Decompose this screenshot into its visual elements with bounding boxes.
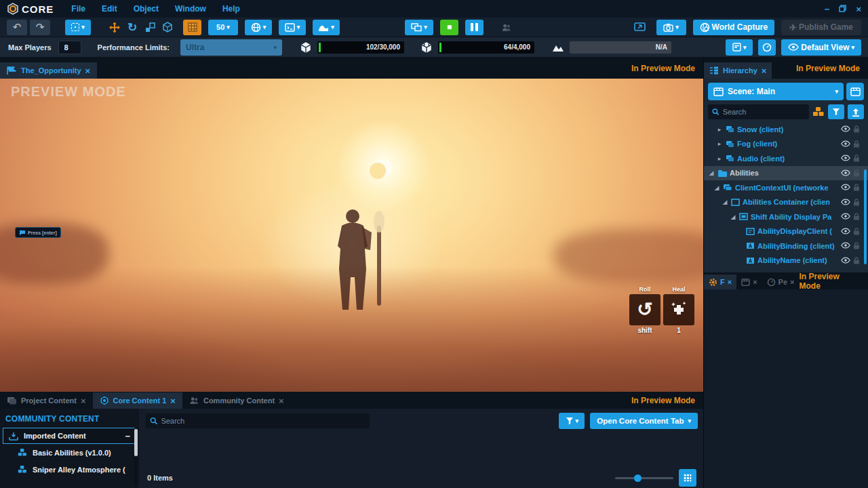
properties-tab-close[interactable]: × [728,278,732,286]
lock-icon[interactable] [853,199,860,206]
menu-object[interactable]: Object [134,4,159,14]
visibility-eye-icon[interactable] [841,184,850,190]
content-pack-basic-abilities[interactable]: Basic Abilities (v1.0.0) [0,444,139,461]
tab-core-content[interactable]: Core Content 1 × [93,392,182,409]
tree-row-shift-ability-display[interactable]: ◢ Shift Ability Display Pa [704,209,868,224]
visibility-eye-icon[interactable] [841,169,850,176]
close-button[interactable]: × [856,4,861,14]
lock-icon[interactable] [853,228,860,235]
visibility-eye-icon[interactable] [841,199,850,205]
lock-icon[interactable] [853,169,860,177]
capture-dropdown[interactable]: ▾ [656,20,686,35]
network-debug-button[interactable] [498,20,515,35]
collapse-arrow-icon[interactable]: ◢ [730,214,736,220]
coordinate-space-button[interactable] [159,20,176,35]
group-objects-icon[interactable] [812,106,825,117]
expand-arrow-icon[interactable]: ▸ [716,126,723,133]
expand-arrow-icon[interactable]: ▸ [716,140,723,147]
multiplayer-preview-dropdown[interactable]: ▾ [405,20,433,35]
core-content-close[interactable]: × [170,396,176,406]
open-core-content-tab-button[interactable]: Open Core Content Tab ▾ [590,413,698,429]
max-players-input[interactable] [58,41,81,54]
tree-row-snow[interactable]: ▸ Snow (client) [704,122,868,137]
menu-help[interactable]: Help [222,4,240,14]
terrain-tools-dropdown[interactable]: ▾ [313,20,340,35]
visibility-eye-icon[interactable] [841,257,850,264]
slider-track[interactable] [615,477,673,479]
tree-row-abilityname[interactable]: AbilityName (client) [704,253,868,267]
view-options-dropdown[interactable]: ▾ [726,39,753,56]
lock-icon[interactable] [853,213,860,220]
tree-row-abilities[interactable]: ◢ Abilities [704,166,868,181]
visibility-eye-icon[interactable] [841,242,850,249]
collapse-arrow-icon[interactable]: ◢ [713,184,720,191]
menu-edit[interactable]: Edit [102,4,117,14]
expand-arrow-icon[interactable]: ▸ [716,155,723,162]
publish-game-button[interactable]: ✈ Publish Game [781,20,861,35]
imported-content-item[interactable]: Imported Content − [3,428,136,444]
sidebar-scroll-thumb[interactable] [134,429,138,456]
scale-tool-button[interactable] [141,20,159,35]
tab-community-content[interactable]: Community Content × [182,392,291,409]
content-filter-dropdown[interactable]: ▾ [559,413,585,429]
tab-performance[interactable]: Pe × [762,274,800,289]
world-settings-dropdown[interactable]: ▾ [245,20,272,35]
hierarchy-export-button[interactable] [848,104,864,119]
visibility-eye-icon[interactable] [841,213,850,220]
tree-row-audio[interactable]: ▸ Audio (client) [704,151,868,166]
restore-button[interactable] [839,4,846,14]
minimize-button[interactable]: − [825,4,830,14]
performance-monitor-button[interactable] [758,39,776,56]
script-tools-dropdown[interactable]: ▾ [279,20,306,35]
hierarchy-tab-close[interactable]: × [762,66,767,76]
viewport-3d-scene[interactable]: PREVIEW MODE Press [enter] Roll ↺ shift … [0,79,703,392]
menu-window[interactable]: Window [175,4,206,14]
content-search-box[interactable] [146,413,370,428]
lock-icon[interactable] [853,155,860,162]
tab-properties[interactable]: F × [704,274,736,289]
performance-tab-close[interactable]: × [790,278,794,286]
undo-button[interactable]: ↶ [7,20,27,35]
pause-button[interactable] [465,20,484,35]
tree-row-fog[interactable]: ▸ Fog (client) [704,137,868,152]
tree-row-abilitydisplayclient[interactable]: AbilityDisplayClient ( [704,224,868,239]
scene-selector-dropdown[interactable]: Scene: Main ▾ [708,83,844,100]
snap-toggle-button[interactable] [183,20,201,35]
slider-thumb[interactable] [634,474,642,482]
tab-hierarchy[interactable]: Hierarchy × [704,62,772,79]
content-pack-sniper-alley[interactable]: Sniper Alley Atmosphere ( [0,461,139,478]
rotate-tool-button[interactable]: ↻ [123,20,141,35]
menu-file[interactable]: File [71,4,85,14]
lock-icon[interactable] [853,140,860,148]
visibility-eye-icon[interactable] [841,155,850,161]
content-search-input[interactable] [161,417,366,425]
default-view-dropdown[interactable]: Default View ▾ [781,39,861,56]
stop-button[interactable]: ■ [440,20,458,35]
move-tool-button[interactable] [106,20,123,35]
project-content-close[interactable]: × [81,396,86,406]
visibility-eye-icon[interactable] [841,125,850,132]
tree-row-abilities-container[interactable]: ◢ Abilities Container (clien [704,195,868,210]
visibility-eye-icon[interactable] [841,140,850,147]
tab-scene-preview[interactable]: × [736,274,762,289]
viewport-tab-close[interactable]: × [85,66,91,76]
lock-icon[interactable] [853,184,860,191]
tree-row-abilitybinding[interactable]: AbilityBinding (client) [704,239,868,253]
collapse-arrow-icon[interactable]: ◢ [708,169,715,176]
visibility-eye-icon[interactable] [841,228,850,235]
tab-project-content[interactable]: Project Content × [0,392,93,409]
screen-share-button[interactable] [631,20,650,35]
world-capture-button[interactable]: World Capture [693,20,774,35]
scene-manager-button[interactable] [846,83,864,100]
tab-the-opportunity[interactable]: The_Opportunity × [0,62,97,79]
collapse-arrow-icon[interactable]: ◢ [722,199,728,205]
lock-icon[interactable] [853,242,860,249]
lock-icon[interactable] [853,125,860,133]
hierarchy-search-input[interactable] [723,108,805,116]
grid-view-button[interactable] [679,469,696,487]
community-content-close[interactable]: × [279,396,284,406]
hierarchy-search-box[interactable] [708,104,809,119]
hierarchy-filter-button[interactable] [828,104,844,119]
redo-button[interactable]: ↷ [30,20,50,35]
hierarchy-scrollbar[interactable] [864,169,867,264]
